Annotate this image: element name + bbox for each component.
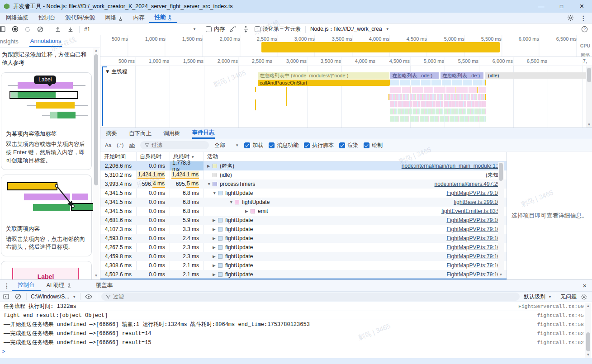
filter-messaging-checkbox[interactable]: 消息功能	[269, 142, 298, 149]
console-message[interactable]: ——完成推送任务结果 undefined —>[66666] result=15…	[0, 338, 592, 347]
source-link[interactable]: fightCall.ts:45	[537, 312, 592, 318]
checkbox-input[interactable]	[269, 142, 275, 148]
whole-word-icon[interactable]: ab	[129, 142, 135, 148]
expander-icon[interactable]: ▼	[229, 200, 235, 204]
target-dropdown[interactable]: Node.js：file:///D:/_work_crea ▼	[310, 25, 389, 33]
minimize-button[interactable]: —	[531, 0, 551, 13]
filter-rendering-checkbox[interactable]: 渲染	[339, 142, 358, 149]
fade-thirdparty-checkbox[interactable]: 淡化第三方元素	[255, 25, 301, 33]
tab-drawer-console[interactable]: 控制台	[12, 280, 41, 291]
tab-memory[interactable]: 内存	[128, 13, 149, 23]
table-scrollbar[interactable]: ▼	[498, 162, 504, 278]
console-message[interactable]: ——完成推送任务结果 undefined —>[66666] result=14…	[0, 329, 592, 338]
col-start-time[interactable]: 开始时间	[100, 153, 136, 161]
regex-icon[interactable]: (.*)	[117, 142, 123, 148]
table-row[interactable]: 4,459.8 ms 0.0 ms 2.3 ms ▶fightUpdateFig…	[100, 252, 507, 261]
expander-icon[interactable]: ▶	[213, 263, 218, 268]
checkbox-input[interactable]	[304, 142, 310, 148]
expander-icon[interactable]: ▶	[213, 272, 218, 277]
checkbox-input[interactable]	[339, 142, 345, 148]
source-link[interactable]: node:internal/main/run_main_module:1:1	[402, 163, 507, 169]
source-link[interactable]: fightCall.ts:62	[537, 331, 592, 336]
console-settings-gear-icon[interactable]	[581, 293, 587, 300]
close-button[interactable]: ×	[572, 0, 592, 13]
flame-bar-ignore-list[interactable]: 在忽略列表...de:)	[440, 72, 483, 79]
more-menu-icon[interactable]: ⋮	[580, 14, 587, 22]
scroll-down-icon[interactable]: ▼	[585, 352, 591, 358]
table-row[interactable]: 4,502.6 ms 0.0 ms 2.1 ms ▶fightUpdateFig…	[100, 270, 507, 279]
flame-bar-idle[interactable]: (idle)	[485, 72, 588, 79]
reload-record-icon[interactable]	[24, 25, 32, 33]
drawer-menu-icon[interactable]: ⋮	[2, 280, 12, 291]
source-link[interactable]: fightCall.ts:58	[537, 321, 592, 327]
tab-annotations[interactable]: Annotations	[29, 35, 62, 47]
help-icon[interactable]: ?	[580, 25, 588, 33]
scroll-up-icon[interactable]: ▲	[585, 303, 591, 309]
source-link[interactable]: node:internal/timers:497:25	[435, 181, 507, 187]
console-sidebar-icon[interactable]	[2, 293, 10, 301]
expander-icon[interactable]: ▶	[213, 245, 218, 250]
console-scrollbar[interactable]: ▲ ▼	[585, 303, 591, 358]
table-row[interactable]: 2,206.6 ms 0.0 ms 1,778.3 ms ▶(匿名)node:i…	[100, 161, 507, 170]
fade-thirdparty-checkbox-input[interactable]	[255, 26, 260, 32]
scroll-up-icon[interactable]: ▲	[93, 48, 99, 53]
duration-dropdown[interactable]: 全部▼	[214, 142, 239, 149]
expander-icon[interactable]: ▶	[213, 227, 218, 232]
context-dropdown[interactable]: C:\Windows\S...▼	[31, 293, 76, 300]
col-total-time[interactable]: 总耗时 ▼	[170, 153, 204, 161]
expander-icon[interactable]: ▶	[245, 209, 251, 213]
flame-activity-strip[interactable]	[390, 101, 486, 107]
filter-scripting-checkbox[interactable]: 执行脚本	[304, 142, 334, 149]
checkbox-input[interactable]	[244, 142, 250, 148]
flame-bar-ignore-list[interactable]: 在忽略列表...ode:)	[390, 72, 439, 79]
expander-icon[interactable]: ▼	[213, 191, 218, 195]
tab-performance[interactable]: 性能	[149, 13, 177, 23]
console-prompt[interactable]: >	[0, 347, 592, 355]
table-row[interactable]: 4,308.6 ms 0.0 ms 2.1 ms ▶fightUpdateFig…	[100, 261, 507, 270]
table-row[interactable]: 4,341.5 ms 0.0 ms 6.8 ms ▼fightUpdateFig…	[100, 189, 507, 198]
toggle-sidebar-icon[interactable]	[0, 25, 6, 33]
event-filter-input[interactable]	[152, 142, 204, 148]
log-level-dropdown[interactable]: 默认级别▼	[524, 293, 552, 301]
sidebar-scrollbar[interactable]: ▲ ▼	[93, 48, 99, 279]
col-self-time[interactable]: 自身耗时	[136, 153, 170, 161]
table-row[interactable]: 3,993.4 ms 596.4 ms 695.5 ms ▼processTim…	[100, 180, 507, 189]
scroll-down-icon[interactable]: ▼	[93, 273, 99, 279]
flame-activity-strip[interactable]	[390, 87, 486, 93]
tab-event-log[interactable]: 事件日志	[192, 128, 215, 139]
table-row[interactable]: 4,267.5 ms 0.0 ms 2.3 ms ▶fightUpdateFig…	[100, 243, 507, 252]
match-case-icon[interactable]: Aa	[105, 142, 111, 148]
console-message[interactable]: 任务流程 执行时间: 1322ms FightServerCall.ts:60	[0, 302, 592, 311]
issues-counter[interactable]: 无问题	[560, 293, 577, 301]
table-row[interactable]: 4,593.0 ms 0.0 ms 2.4 ms ▶fightUpdateFig…	[100, 234, 507, 243]
filter-loading-checkbox[interactable]: 加载	[244, 142, 263, 149]
record-icon[interactable]	[11, 25, 19, 33]
flame-bar-call-and-pause[interactable]: callAndPauseOnStart	[258, 80, 389, 86]
table-row[interactable]: 4,341.5 ms 0.0 ms 6.8 ms ▼fightUpdatefig…	[100, 198, 507, 207]
table-row[interactable]: 5,310.2 ms 1,424.1 ms 1,424.1 ms (idle)(…	[100, 170, 507, 180]
memory-checkbox[interactable]: 内存	[206, 25, 225, 33]
console-filter-input[interactable]	[113, 293, 515, 300]
maximize-button[interactable]: □	[551, 0, 572, 13]
scroll-down-icon[interactable]: ▼	[498, 272, 504, 278]
source-link[interactable]: FightServerCall.ts:60	[518, 303, 592, 309]
flame-chart[interactable]: 500 ms 1,000 ms 1,500 ms 2,000 ms 2,500 …	[100, 57, 592, 128]
table-row[interactable]: 4,681.6 ms 0.0 ms 5.9 ms ▶fightUpdateFig…	[100, 216, 507, 225]
console-message[interactable]: ——开始推送任务结果 undefined —>[66666] 输赢:1 运行耗时…	[0, 320, 592, 329]
checkbox-input[interactable]	[364, 142, 369, 148]
tab-console[interactable]: 控制台	[33, 13, 61, 23]
clear-icon[interactable]	[36, 25, 44, 33]
tab-network[interactable]: 网络	[100, 13, 128, 23]
source-link[interactable]: fightCall.ts:62	[537, 340, 592, 345]
close-drawer-icon[interactable]: ×	[583, 280, 592, 291]
collapse-flame-icon[interactable]	[242, 25, 250, 33]
main-thread-track-label[interactable]: ▼ 主线程	[105, 68, 127, 75]
flame-activity-strip[interactable]	[388, 80, 486, 85]
clear-console-icon[interactable]	[14, 293, 22, 301]
tab-coverage[interactable]: 覆盖率	[90, 280, 119, 291]
expander-icon[interactable]: ▶	[213, 218, 218, 222]
flame-activity-strip[interactable]	[388, 94, 486, 100]
table-row[interactable]: 4,107.3 ms 0.0 ms 3.3 ms ▶fightUpdateFig…	[100, 225, 507, 234]
collect-garbage-icon[interactable]	[229, 25, 237, 33]
live-expression-eye-icon[interactable]	[85, 293, 93, 301]
